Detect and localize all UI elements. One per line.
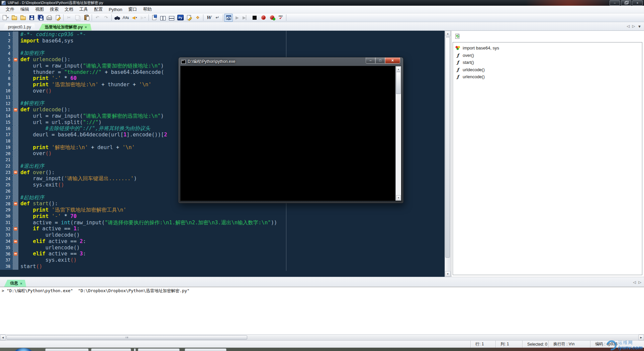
redo-button[interactable]: ↷	[102, 14, 110, 22]
menu-item-3[interactable]: 搜索	[47, 6, 62, 13]
fold-collapse-icon[interactable]	[14, 227, 17, 231]
outline-item-0[interactable]: import base64, sys	[453, 44, 642, 52]
cut-button[interactable]: ✂	[65, 14, 73, 22]
print-button[interactable]	[45, 14, 54, 22]
stop-icon	[253, 16, 257, 20]
save-template-button[interactable]	[54, 14, 62, 22]
code-text: def start():	[18, 201, 58, 207]
fold-collapse-icon[interactable]	[14, 170, 17, 174]
tab-nav-arrow-icon[interactable]: ▼	[638, 24, 641, 28]
windows-taskbar[interactable]	[0, 348, 644, 351]
scroll-left-icon[interactable]: ◀	[0, 335, 6, 340]
message-tab-close-icon[interactable]: ×	[20, 281, 22, 285]
menu-item-2[interactable]: 视图	[32, 6, 47, 13]
menu-item-5[interactable]: 工具	[76, 6, 91, 13]
split-vertical-button[interactable]	[159, 14, 167, 22]
menu-item-4[interactable]: 文档	[62, 6, 76, 13]
eol-button[interactable]: ↵	[213, 14, 222, 22]
run-to-button[interactable]: ▶▏	[242, 14, 250, 22]
fold-collapse-icon[interactable]	[14, 240, 17, 243]
taskbar-button[interactable]	[45, 348, 89, 351]
menu-item-9[interactable]: 帮助	[140, 6, 155, 13]
tab-project0-1-py[interactable]: project0.1.py	[2, 24, 36, 30]
python-shell-button[interactable]: Py	[176, 14, 185, 22]
console-title-bar[interactable]: D:\编程\Python\python.exe	[181, 59, 235, 65]
refresh-outline-button[interactable]: ↻	[454, 33, 461, 40]
scroll-up-icon[interactable]: ▲	[445, 31, 451, 36]
open-file-icon	[12, 16, 17, 20]
tag-button[interactable]: ❖	[193, 14, 202, 22]
run-dialog-button[interactable]	[224, 14, 233, 22]
fold-margin	[13, 251, 18, 257]
forward-button[interactable]: ▶▾	[139, 14, 148, 22]
fold-collapse-icon[interactable]	[14, 58, 17, 62]
outline-item-2[interactable]: ƒstart()	[453, 59, 642, 66]
taskbar-button[interactable]	[138, 348, 180, 351]
console-minimize-button[interactable]: –	[366, 57, 375, 64]
message-panel[interactable]: > "D:\编程\Python\python.exe" "D:\Dropbox\…	[0, 287, 644, 334]
doc-props-button[interactable]	[150, 14, 159, 22]
word-wrap-button[interactable]: W	[204, 14, 213, 22]
undo-icon: ↶	[96, 15, 99, 20]
save-all-button[interactable]	[36, 14, 45, 22]
outline-item-1[interactable]: ƒover()	[453, 52, 642, 59]
menu-item-6[interactable]: 配置	[91, 6, 106, 13]
console-vscrollbar[interactable]: ▲ ▼	[395, 66, 401, 201]
console-vscroll-thumb[interactable]	[396, 72, 401, 94]
doc-helper-button[interactable]	[185, 14, 193, 22]
find-button[interactable]	[113, 14, 121, 22]
console-window[interactable]: D:\编程\Python\python.exe – □ × ▲ ▼	[178, 57, 403, 203]
paste-button[interactable]	[82, 14, 91, 22]
close-button[interactable]: ×	[632, 0, 643, 6]
message-nav-arrow-icon[interactable]: ▷	[639, 280, 641, 284]
replace-button[interactable]: A⇆	[121, 14, 130, 22]
undo-button[interactable]: ↶	[93, 14, 102, 22]
message-nav-arrow-icon[interactable]: ◁	[633, 280, 636, 284]
tab-active-file[interactable]: 迅雷地址加密解密.py×	[39, 24, 92, 30]
open-file-button[interactable]	[10, 14, 19, 22]
fold-collapse-icon[interactable]	[14, 108, 17, 112]
code-line-30: 30 print '-' * 70	[0, 213, 445, 220]
menu-item-0[interactable]: 文件	[3, 6, 17, 13]
menu-item-8[interactable]: 窗口	[125, 6, 140, 13]
console-output[interactable]: ▲ ▼	[180, 66, 401, 201]
message-hscroll-thumb[interactable]	[6, 335, 247, 340]
copy-button[interactable]	[73, 14, 82, 22]
run-button[interactable]: ▶	[233, 14, 242, 22]
stop-button[interactable]	[250, 14, 259, 22]
debug-run-button[interactable]	[268, 14, 276, 22]
message-hscrollbar[interactable]: ◀ ▶	[0, 334, 644, 340]
start-orb-icon[interactable]	[15, 348, 32, 351]
print-icon	[47, 16, 52, 20]
menu-item-1[interactable]: 编辑	[17, 6, 32, 13]
editor-vscroll-thumb[interactable]	[445, 37, 450, 258]
scroll-up-icon[interactable]: ▲	[396, 67, 401, 72]
outline-item-3[interactable]: ƒurldecode()	[453, 66, 642, 74]
editor-vscrollbar[interactable]: ▲ ▼	[445, 31, 450, 277]
minimize-button[interactable]: –	[610, 0, 620, 6]
scroll-down-icon[interactable]: ▼	[396, 195, 401, 200]
spell-check-button[interactable]: ABC✔	[276, 14, 285, 22]
scroll-right-icon[interactable]: ▶	[638, 335, 644, 340]
taskbar-button[interactable]	[134, 348, 136, 351]
taskbar-button[interactable]	[91, 348, 131, 351]
new-file-button[interactable]: ▾	[1, 14, 10, 22]
console-close-button[interactable]: ×	[385, 57, 400, 64]
fold-collapse-icon[interactable]	[14, 202, 17, 206]
scroll-down-icon[interactable]: ▼	[445, 271, 451, 277]
outline-item-4[interactable]: ƒurlencode()	[453, 73, 642, 81]
back-button[interactable]: ◀▾	[130, 14, 139, 22]
fold-collapse-icon[interactable]	[14, 252, 17, 256]
tab-close-icon[interactable]: ×	[85, 25, 87, 29]
menu-item-7[interactable]: Python	[106, 6, 125, 13]
tab-messages[interactable]: 信息 ×	[4, 280, 26, 287]
restore-button[interactable]	[621, 0, 631, 6]
taskbar-button[interactable]	[185, 348, 226, 351]
split-horizontal-button[interactable]	[167, 14, 176, 22]
debug-button[interactable]	[259, 14, 268, 22]
console-maximize-button[interactable]: □	[375, 57, 385, 64]
save-button[interactable]	[27, 14, 36, 22]
tab-nav-arrow-icon[interactable]: ◁	[627, 24, 629, 28]
open-dir-button[interactable]	[19, 14, 27, 22]
tab-nav-arrow-icon[interactable]: ▷	[632, 24, 635, 28]
